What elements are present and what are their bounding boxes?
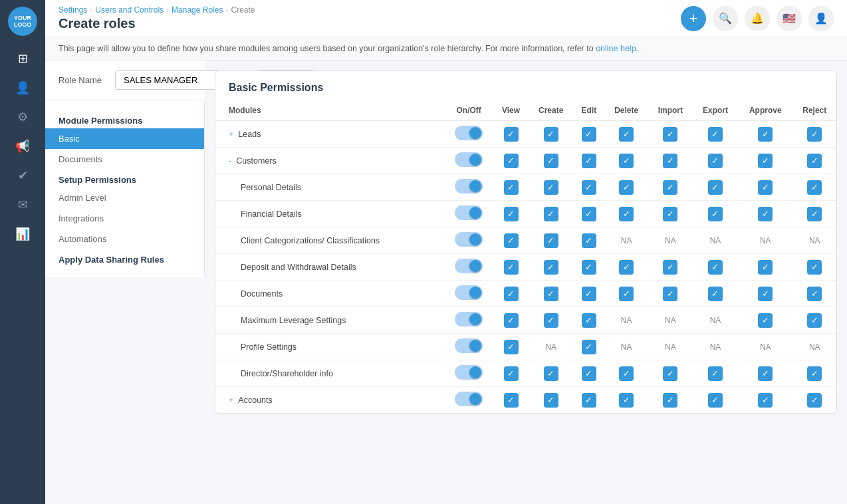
create-checkbox[interactable]: ✓	[544, 233, 558, 248]
approve-checkbox[interactable]: ✓	[758, 366, 773, 381]
search-button[interactable]: 🔍	[713, 6, 738, 31]
import-checkbox[interactable]: ✓	[663, 260, 677, 275]
export-checkbox[interactable]: ✓	[708, 154, 723, 168]
approve-checkbox[interactable]: ✓	[758, 180, 773, 195]
edit-checkbox[interactable]: ✓	[582, 127, 596, 142]
create-checkbox[interactable]: ✓	[544, 366, 558, 381]
language-button[interactable]: 🇺🇸	[777, 6, 802, 31]
edit-checkbox[interactable]: ✓	[582, 313, 596, 328]
approve-checkbox[interactable]: ✓	[758, 313, 773, 328]
delete-checkbox[interactable]: ✓	[619, 127, 634, 142]
expand-icon[interactable]: +	[229, 130, 235, 139]
toggle-financial-details[interactable]	[455, 205, 483, 220]
approve-checkbox[interactable]: ✓	[758, 127, 773, 142]
view-checkbox[interactable]: ✓	[504, 287, 519, 301]
import-checkbox[interactable]: ✓	[663, 366, 677, 381]
notifications-button[interactable]: 🔔	[745, 6, 770, 31]
reject-checkbox[interactable]: ✓	[807, 180, 822, 195]
delete-checkbox[interactable]: ✓	[619, 366, 634, 381]
toggle-personal-details[interactable]	[455, 179, 483, 193]
reject-checkbox[interactable]: ✓	[807, 313, 822, 328]
view-checkbox[interactable]: ✓	[504, 154, 519, 168]
delete-checkbox[interactable]: ✓	[619, 393, 634, 408]
reject-checkbox[interactable]: ✓	[807, 366, 822, 381]
breadcrumb-settings[interactable]: Settings	[59, 5, 87, 15]
edit-checkbox[interactable]: ✓	[582, 180, 596, 195]
view-checkbox[interactable]: ✓	[504, 260, 519, 275]
toggle-documents[interactable]	[455, 285, 483, 300]
delete-checkbox[interactable]: ✓	[619, 154, 634, 168]
view-checkbox[interactable]: ✓	[504, 393, 519, 408]
add-button[interactable]: +	[681, 6, 706, 31]
create-checkbox[interactable]: ✓	[544, 180, 558, 195]
approve-checkbox[interactable]: ✓	[758, 287, 773, 301]
import-checkbox[interactable]: ✓	[663, 180, 677, 195]
approve-checkbox[interactable]: ✓	[758, 207, 773, 221]
create-checkbox[interactable]: ✓	[544, 207, 558, 221]
reject-checkbox[interactable]: ✓	[807, 287, 822, 301]
toggle-deposit-and-withdrawal-details[interactable]	[455, 259, 483, 273]
import-checkbox[interactable]: ✓	[663, 287, 677, 301]
delete-checkbox[interactable]: ✓	[619, 287, 634, 301]
create-checkbox[interactable]: ✓	[544, 260, 558, 275]
create-checkbox[interactable]: ✓	[544, 127, 558, 142]
expand-icon[interactable]: +	[229, 396, 235, 405]
sidebar-icon-dashboard[interactable]: ⊞	[9, 45, 36, 72]
create-checkbox[interactable]: ✓	[544, 287, 558, 301]
delete-checkbox[interactable]: ✓	[619, 180, 634, 195]
view-checkbox[interactable]: ✓	[504, 366, 519, 381]
edit-checkbox[interactable]: ✓	[582, 340, 596, 354]
edit-checkbox[interactable]: ✓	[582, 260, 596, 275]
toggle-maximum-leverage-settings[interactable]	[455, 312, 483, 326]
export-checkbox[interactable]: ✓	[708, 127, 723, 142]
view-checkbox[interactable]: ✓	[504, 207, 519, 221]
nav-item-admin-level[interactable]: Admin Level	[45, 188, 204, 208]
view-checkbox[interactable]: ✓	[504, 313, 519, 328]
approve-checkbox[interactable]: ✓	[758, 393, 773, 408]
edit-checkbox[interactable]: ✓	[582, 366, 596, 381]
toggle-client-categorizations/-classifications[interactable]	[455, 232, 483, 247]
view-checkbox[interactable]: ✓	[504, 233, 519, 248]
view-checkbox[interactable]: ✓	[504, 127, 519, 142]
export-checkbox[interactable]: ✓	[708, 366, 723, 381]
approve-checkbox[interactable]: ✓	[758, 260, 773, 275]
nav-item-automations[interactable]: Automations	[45, 229, 204, 249]
nav-item-basic[interactable]: Basic	[45, 128, 204, 149]
online-help-link[interactable]: online help.	[596, 44, 638, 53]
delete-checkbox[interactable]: ✓	[619, 207, 634, 221]
delete-checkbox[interactable]: ✓	[619, 260, 634, 275]
create-checkbox[interactable]: ✓	[544, 313, 558, 328]
toggle-profile-settings[interactable]	[455, 338, 483, 353]
export-checkbox[interactable]: ✓	[708, 207, 723, 221]
import-checkbox[interactable]: ✓	[663, 393, 677, 408]
toggle-director/shareholder-info[interactable]	[455, 365, 483, 380]
expand-icon[interactable]: -	[229, 156, 233, 166]
toggle-leads[interactable]	[455, 126, 483, 140]
edit-checkbox[interactable]: ✓	[582, 233, 596, 248]
export-checkbox[interactable]: ✓	[708, 393, 723, 408]
sidebar-icon-campaigns[interactable]: 📢	[9, 133, 36, 160]
sidebar-icon-contacts[interactable]: 👤	[9, 74, 36, 101]
import-checkbox[interactable]: ✓	[663, 207, 677, 221]
import-checkbox[interactable]: ✓	[663, 127, 677, 142]
edit-checkbox[interactable]: ✓	[582, 154, 596, 168]
export-checkbox[interactable]: ✓	[708, 260, 723, 275]
reject-checkbox[interactable]: ✓	[807, 127, 822, 142]
reject-checkbox[interactable]: ✓	[807, 207, 822, 221]
nav-item-documents[interactable]: Documents	[45, 149, 204, 170]
edit-checkbox[interactable]: ✓	[582, 393, 596, 408]
reject-checkbox[interactable]: ✓	[807, 393, 822, 408]
view-checkbox[interactable]: ✓	[504, 340, 519, 354]
sidebar-icon-mail[interactable]: ✉	[9, 191, 36, 218]
breadcrumb-users-controls[interactable]: Users and Controls	[95, 5, 164, 15]
toggle-customers[interactable]	[455, 152, 483, 167]
sidebar-icon-settings[interactable]: ⚙	[9, 104, 36, 130]
reject-checkbox[interactable]: ✓	[807, 260, 822, 275]
export-checkbox[interactable]: ✓	[708, 180, 723, 195]
reject-checkbox[interactable]: ✓	[807, 154, 822, 168]
approve-checkbox[interactable]: ✓	[758, 154, 773, 168]
create-checkbox[interactable]: ✓	[544, 393, 558, 408]
nav-item-integrations[interactable]: Integrations	[45, 208, 204, 229]
edit-checkbox[interactable]: ✓	[582, 287, 596, 301]
create-checkbox[interactable]: ✓	[544, 154, 558, 168]
